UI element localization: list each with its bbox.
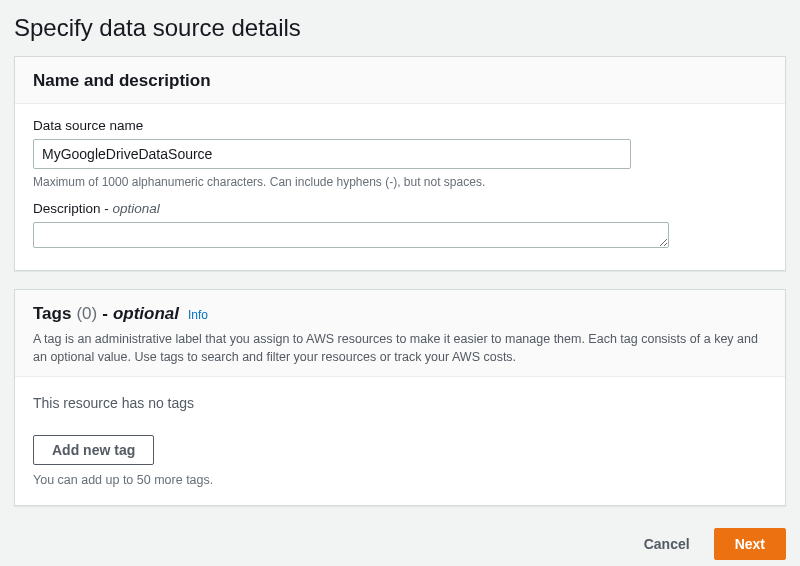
- tags-title: Tags (0) - optional Info: [33, 304, 767, 324]
- add-new-tag-button[interactable]: Add new tag: [33, 435, 154, 465]
- footer-actions: Cancel Next: [14, 524, 786, 560]
- data-source-name-label: Data source name: [33, 118, 767, 133]
- name-description-panel: Name and description Data source name Ma…: [14, 56, 786, 271]
- cancel-button[interactable]: Cancel: [632, 528, 702, 560]
- description-textarea[interactable]: [33, 222, 669, 248]
- tags-header: Tags (0) - optional Info A tag is an adm…: [15, 290, 785, 377]
- name-description-heading: Name and description: [33, 71, 767, 91]
- data-source-name-hint: Maximum of 1000 alphanumeric characters.…: [33, 175, 767, 189]
- tags-panel: Tags (0) - optional Info A tag is an adm…: [14, 289, 786, 506]
- data-source-name-input[interactable]: [33, 139, 631, 169]
- tags-empty-message: This resource has no tags: [33, 395, 767, 411]
- tags-count: (0): [76, 304, 97, 324]
- next-button[interactable]: Next: [714, 528, 786, 560]
- tags-hint: You can add up to 50 more tags.: [33, 473, 767, 487]
- tags-description: A tag is an administrative label that yo…: [33, 330, 767, 366]
- description-field: Description - optional: [33, 201, 767, 252]
- data-source-name-field: Data source name Maximum of 1000 alphanu…: [33, 118, 767, 189]
- name-description-header: Name and description: [15, 57, 785, 104]
- page-title: Specify data source details: [14, 14, 786, 42]
- tags-info-link[interactable]: Info: [188, 308, 208, 322]
- description-label: Description - optional: [33, 201, 767, 216]
